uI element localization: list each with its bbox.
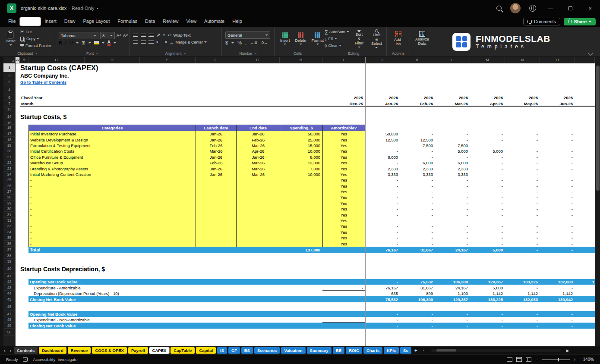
cell[interactable]: - [540,317,575,323]
cell[interactable]: - [505,195,540,200]
cell[interactable] [196,247,236,253]
cell[interactable] [20,229,28,235]
end-date-cell[interactable] [236,177,280,183]
cell[interactable]: - [435,311,470,317]
cell[interactable] [20,121,595,125]
row-number[interactable]: 24 [3,172,16,177]
cell[interactable] [16,137,20,142]
cell[interactable] [16,302,20,311]
cell[interactable]: - [435,212,470,217]
row-number[interactable]: 21 [3,154,16,160]
bottom-align-icon[interactable] [148,34,154,37]
accessibility-status[interactable]: Accessibility: Investigate [33,357,77,362]
zoom-out-button[interactable]: − [535,357,538,362]
cell[interactable] [575,296,595,302]
menu-item[interactable]: Review [159,17,182,26]
cell[interactable]: - [400,148,435,154]
cell[interactable] [20,160,28,166]
launch-date-cell[interactable] [196,206,236,212]
cell[interactable]: - [400,235,435,241]
row-number[interactable]: 18 [3,137,16,142]
cell[interactable]: - [540,201,575,206]
category-cell[interactable]: Initial Marketing Content Creation [28,172,196,177]
sheet-tab[interactable]: KPIs [384,347,399,354]
cell[interactable]: 7 [3,100,16,107]
cell[interactable]: - [505,160,540,166]
cell[interactable]: - [400,317,435,323]
end-date-cell[interactable] [236,189,280,195]
cell[interactable]: - [505,317,540,323]
row-number[interactable]: 29 [3,201,16,206]
cell[interactable]: - [540,172,575,177]
cell[interactable] [575,291,595,297]
cell[interactable] [20,195,28,200]
fill-color-button[interactable] [94,41,99,44]
addins-button[interactable]: Add-ins [390,30,406,47]
insert-cells-button[interactable]: Insert [278,31,292,46]
row-number[interactable]: 34 [3,229,16,235]
end-date-cell[interactable] [236,229,280,235]
amortizable-cell[interactable]: Yes [322,172,365,177]
cell[interactable]: 24,167 [435,247,470,253]
cell[interactable]: 2,333 [400,166,435,171]
cell[interactable]: - [505,183,540,189]
cell[interactable]: L [435,57,470,63]
amortizable-cell[interactable]: Yes [322,137,365,142]
avatar[interactable] [510,3,521,13]
cell[interactable] [16,166,20,171]
category-cell[interactable]: Initial Certification Costs [28,148,196,154]
cell[interactable]: 5,000 [470,285,505,291]
row-number[interactable]: 20 [3,148,16,154]
cell[interactable]: - [400,154,435,160]
cell[interactable] [20,201,28,206]
cell[interactable]: 2026 [540,94,575,100]
amortizable-cell[interactable]: Yes [322,177,365,183]
cell[interactable]: - [365,201,400,206]
cell[interactable] [20,125,28,131]
category-cell[interactable]: Office Furniture & Equipment [28,154,196,160]
cut-button[interactable]: ✂Cut [20,29,51,35]
cell[interactable]: - [365,311,400,317]
dialog-launcher-icon[interactable]: ↘ [95,52,98,55]
cell[interactable]: - [400,323,435,329]
cell[interactable]: - [505,323,540,329]
cell[interactable]: 2026 [470,94,505,100]
launch-date-cell[interactable]: Jan-26 [196,172,236,177]
paste-button[interactable]: Paste [3,31,18,47]
cell[interactable] [16,85,20,94]
underline-button[interactable]: U [69,40,73,45]
cell[interactable]: - [505,285,540,291]
cell[interactable]: 43 [3,285,16,291]
minimize-button[interactable]: — [545,5,556,12]
amortizable-cell[interactable]: Yes [322,154,365,160]
cell[interactable]: 106,300 [435,279,470,285]
cell[interactable]: M [470,57,505,63]
cell[interactable]: 1 [575,279,595,285]
cell[interactable]: - [505,148,540,154]
launch-date-cell[interactable]: Jan-26 [196,166,236,171]
cell[interactable]: 2026 [365,94,400,100]
cell[interactable] [20,137,28,142]
cell[interactable]: - [505,166,540,171]
cell[interactable]: - [470,223,505,229]
cell[interactable]: - [470,201,505,206]
total-label[interactable]: Total [28,247,196,253]
cell[interactable] [20,317,28,323]
cell[interactable] [16,279,20,285]
cell[interactable]: - [400,195,435,200]
launch-date-cell[interactable] [196,218,236,223]
cell[interactable]: - [322,285,365,291]
cell[interactable] [20,154,28,160]
sheet-tab[interactable]: Capital [196,347,216,354]
cell[interactable]: - [505,235,540,241]
cell[interactable]: - [435,323,470,329]
cell[interactable]: - [540,195,575,200]
cell[interactable]: 2026 [400,94,435,100]
cell[interactable]: - [540,131,575,137]
row-number[interactable]: 31 [3,212,16,217]
cell[interactable]: J [365,57,400,63]
cell[interactable]: - [365,212,400,217]
amortizable-cell[interactable]: Yes [322,189,365,195]
end-date-cell[interactable] [236,212,280,217]
number-format-combo[interactable]: General [225,31,270,39]
